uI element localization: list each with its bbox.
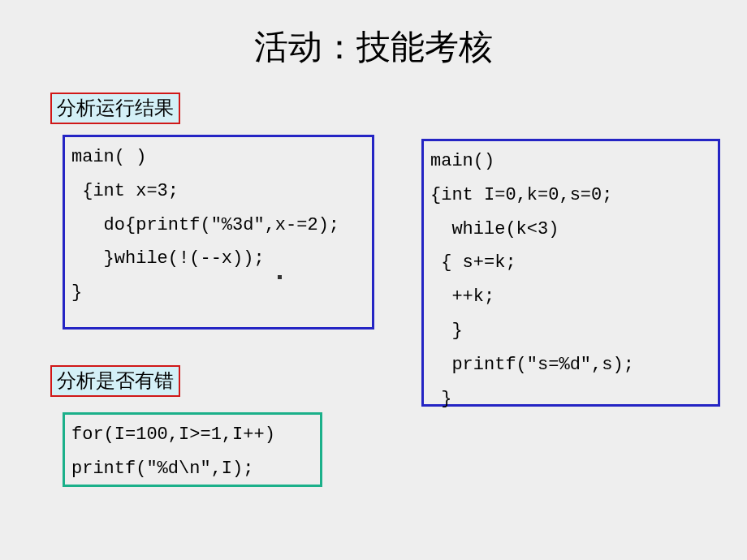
code-block-2: main() {int I=0,k=0,s=0; while(k<3) { s+… [421,139,720,407]
section-label-analyze-output: 分析运行结果 [50,93,180,124]
slide-title: 活动：技能考核 [0,0,747,78]
code-block-3: for(I=100,I>=1,I++) printf("%d\n",I); [63,412,322,487]
cursor-marker-icon [278,275,282,279]
section-label-analyze-error: 分析是否有错 [50,365,180,397]
code-block-1: main( ) {int x=3; do{printf("%3d",x-=2);… [63,135,374,330]
